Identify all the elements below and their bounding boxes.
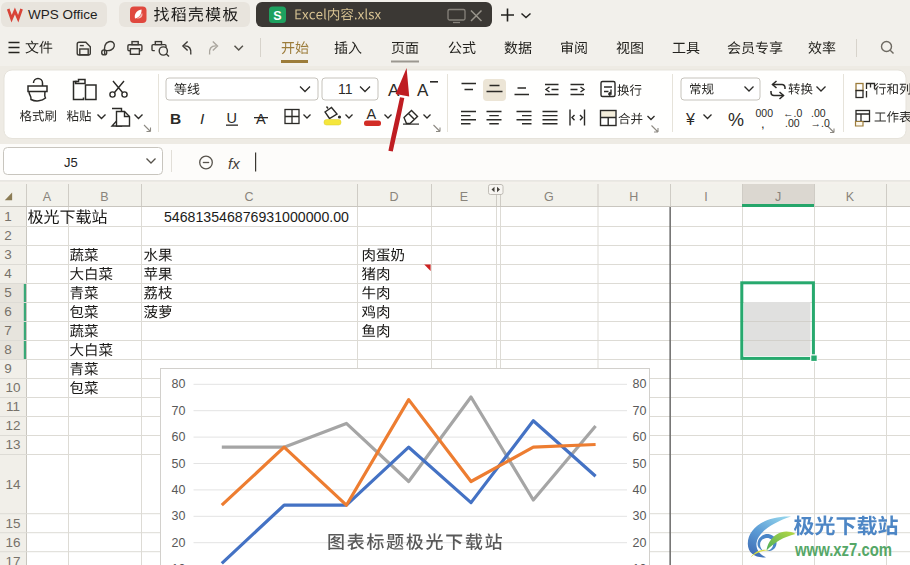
svg-text:1: 1 — [4, 209, 12, 224]
svg-text:J5: J5 — [64, 155, 78, 170]
svg-text:11: 11 — [6, 399, 20, 414]
svg-text:60: 60 — [172, 430, 186, 444]
svg-text:A: A — [43, 190, 52, 204]
svg-text:K: K — [846, 190, 855, 204]
svg-text:50: 50 — [172, 457, 186, 471]
svg-text:www.xz7.com: www.xz7.com — [794, 540, 892, 560]
svg-text:15: 15 — [5, 516, 20, 531]
svg-text:546813546876931000000.00: 546813546876931000000.00 — [164, 209, 349, 225]
svg-text:H: H — [629, 190, 638, 204]
svg-text:11: 11 — [338, 81, 353, 97]
svg-text:70: 70 — [172, 404, 186, 418]
svg-text:40: 40 — [172, 483, 186, 497]
svg-text:40: 40 — [633, 483, 647, 497]
svg-text:8: 8 — [4, 342, 12, 357]
svg-text:10: 10 — [5, 380, 20, 395]
svg-text:30: 30 — [633, 509, 647, 523]
svg-text:16: 16 — [5, 535, 20, 550]
svg-text:60: 60 — [633, 430, 647, 444]
svg-text:80: 80 — [633, 377, 647, 391]
svg-text:50: 50 — [633, 457, 647, 471]
svg-text:3: 3 — [4, 247, 12, 262]
svg-text:20: 20 — [633, 536, 647, 550]
svg-text:30: 30 — [172, 509, 186, 523]
svg-text:5: 5 — [4, 285, 12, 300]
svg-text:U: U — [227, 110, 237, 126]
svg-text:G: G — [544, 190, 554, 204]
svg-text:¥: ¥ — [685, 111, 695, 128]
svg-text:12: 12 — [5, 418, 20, 433]
svg-text:A: A — [367, 106, 377, 122]
svg-text:2: 2 — [4, 228, 12, 243]
svg-text:→.0: →.0 — [811, 117, 830, 129]
svg-text:S: S — [273, 9, 281, 23]
svg-text:%: % — [728, 110, 744, 130]
svg-text:80: 80 — [172, 377, 186, 391]
svg-text:E: E — [460, 190, 468, 204]
svg-text:C: C — [244, 190, 253, 204]
svg-text:A: A — [417, 81, 429, 100]
svg-text:6: 6 — [4, 304, 12, 319]
svg-text:,: , — [761, 116, 765, 131]
svg-text:9: 9 — [4, 361, 12, 376]
svg-text:J: J — [775, 190, 781, 204]
svg-text:I: I — [704, 190, 707, 204]
svg-text:A: A — [256, 111, 266, 127]
svg-text:20: 20 — [172, 536, 186, 550]
svg-text:7: 7 — [4, 323, 12, 338]
svg-text:B: B — [100, 190, 108, 204]
svg-text:D: D — [389, 190, 398, 204]
svg-text:14: 14 — [5, 477, 21, 492]
svg-text:70: 70 — [633, 404, 647, 418]
svg-text:I: I — [200, 110, 205, 127]
svg-text:13: 13 — [5, 437, 20, 452]
svg-text:WPS Office: WPS Office — [28, 7, 98, 22]
svg-text:B: B — [170, 110, 181, 127]
svg-text:4: 4 — [4, 266, 12, 281]
svg-text:fx: fx — [228, 155, 240, 172]
svg-text:17: 17 — [5, 554, 20, 565]
svg-text:.00: .00 — [785, 117, 800, 129]
